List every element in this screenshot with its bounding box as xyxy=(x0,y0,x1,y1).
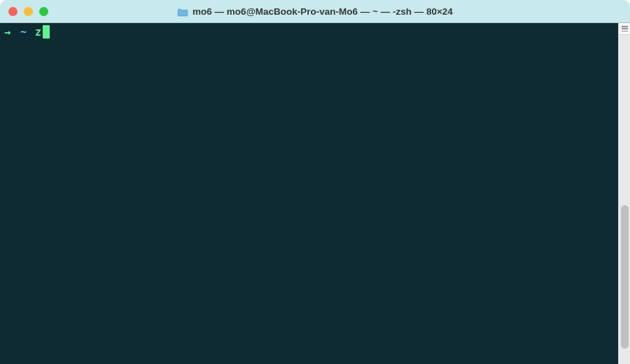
cursor-block xyxy=(43,25,50,38)
window-zoom-button[interactable] xyxy=(39,7,48,16)
window-minimize-button[interactable] xyxy=(24,7,33,16)
scrollbar-top-indicator-icon xyxy=(619,23,630,35)
prompt-line: → ~ z xyxy=(4,25,626,39)
terminal-body[interactable]: → ~ z xyxy=(0,23,630,364)
prompt-path: ~ xyxy=(20,26,27,38)
vertical-scrollbar[interactable] xyxy=(618,23,630,364)
window-titlebar: mo6 — mo6@MacBook-Pro-van-Mo6 — ~ — -zsh… xyxy=(0,0,630,23)
window-close-button[interactable] xyxy=(8,7,18,16)
terminal-window: mo6 — mo6@MacBook-Pro-van-Mo6 — ~ — -zsh… xyxy=(0,0,630,364)
window-title-wrap: mo6 — mo6@MacBook-Pro-van-Mo6 — ~ — -zsh… xyxy=(0,6,630,17)
command-input-text: z xyxy=(35,26,41,38)
window-traffic-lights xyxy=(8,7,48,16)
scrollbar-thumb[interactable] xyxy=(621,205,629,349)
prompt-arrow-icon: → xyxy=(4,26,10,38)
folder-icon xyxy=(177,7,188,15)
window-title: mo6 — mo6@MacBook-Pro-van-Mo6 — ~ — -zsh… xyxy=(192,6,453,17)
